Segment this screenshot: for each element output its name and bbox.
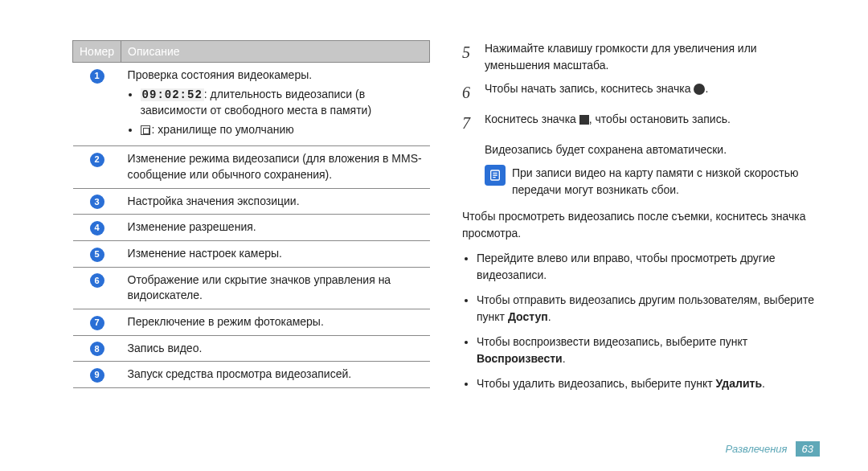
bullet-2: Чтобы отправить видеозапись другим польз… xyxy=(477,292,820,326)
row-number-cell: 8 xyxy=(73,335,121,362)
number-badge-1: 1 xyxy=(90,69,104,84)
bullet3-c: . xyxy=(563,352,566,365)
footer-category: Развлечения xyxy=(725,443,787,455)
table-header-number: Номер xyxy=(73,41,121,63)
row-desc-7: Переключение в режим фотокамеры. xyxy=(121,309,430,335)
bullet2-bold: Доступ xyxy=(508,310,548,323)
row1-bullet-2: : хранилище по умолчанию xyxy=(141,122,424,138)
bullet4-a: Чтобы удалить видеозапись, выберите пунк… xyxy=(477,377,716,390)
bullet-3: Чтобы воспроизвести видеозапись, выберит… xyxy=(477,334,820,367)
note-text: При записи видео на карту памяти с низко… xyxy=(512,165,820,199)
reference-table: Номер Описание 1 Проверка состояния виде… xyxy=(72,40,430,388)
bullets-list: Перейдите влево или вправо, чтобы просмо… xyxy=(462,250,820,392)
step6-text-b: . xyxy=(705,82,708,95)
step-6-text: Чтобы начать запись, коснитесь значка . xyxy=(485,80,820,104)
footer-page-number: 63 xyxy=(796,441,820,457)
number-badge-6: 6 xyxy=(90,273,104,288)
step-7-text: Коснитесь значка , чтобы остановить запи… xyxy=(485,111,820,135)
step-5: 5 Нажимайте клавишу громкости для увелич… xyxy=(462,40,820,74)
row-number-cell: 4 xyxy=(73,215,121,241)
number-badge-9: 9 xyxy=(90,368,104,383)
number-badge-4: 4 xyxy=(90,221,104,236)
left-column: Номер Описание 1 Проверка состояния виде… xyxy=(72,40,430,447)
bullet2-c: . xyxy=(548,310,551,323)
step-number-7: 7 xyxy=(462,111,477,135)
step-number-6: 6 xyxy=(462,80,477,104)
step7-text-a: Коснитесь значка xyxy=(485,113,579,125)
right-column: 5 Нажимайте клавишу громкости для увелич… xyxy=(462,40,820,447)
note-icon xyxy=(485,165,506,186)
step-number-5: 5 xyxy=(462,40,477,74)
record-icon xyxy=(694,84,705,95)
page-content: Номер Описание 1 Проверка состояния виде… xyxy=(0,0,868,471)
note-box: При записи видео на карту памяти с низко… xyxy=(485,165,820,199)
bullet4-bold: Удалить xyxy=(716,377,762,390)
row-number-cell: 7 xyxy=(73,309,121,335)
storage-icon xyxy=(141,125,150,135)
stop-icon xyxy=(579,115,589,125)
number-badge-7: 7 xyxy=(90,316,104,330)
row1-bullet2-text: : хранилище по умолчанию xyxy=(152,123,294,136)
row-desc-3: Настройка значения экспозиции. xyxy=(121,188,430,215)
bullet3-a: Чтобы воспроизвести видеозапись, выберит… xyxy=(477,335,747,348)
page-footer: Развлечения 63 xyxy=(725,441,820,457)
recording-time-icon: 09:02:52 xyxy=(141,88,204,101)
row-desc-6: Отображение или скрытие значков управлен… xyxy=(121,267,430,309)
row-desc-9: Запуск средства просмотра видеозаписей. xyxy=(121,362,430,388)
number-badge-8: 8 xyxy=(90,342,104,356)
row1-title: Проверка состояния видеокамеры. xyxy=(128,68,424,84)
after-note-text: Чтобы просмотреть видеозапись после съем… xyxy=(462,208,820,242)
row-number-cell: 6 xyxy=(73,267,121,309)
bullet4-c: . xyxy=(762,377,765,390)
step-7-sub: Видеозапись будет сохранена автоматическ… xyxy=(485,141,820,158)
row1-bullet-1: 09:02:52: длительность видеозаписи (в за… xyxy=(141,87,424,119)
step-5-text: Нажимайте клавишу громкости для увеличен… xyxy=(485,40,820,74)
row-number-cell: 3 xyxy=(73,188,121,215)
row-desc-4: Изменение разрешения. xyxy=(121,215,430,241)
number-badge-2: 2 xyxy=(90,153,104,167)
step-6: 6 Чтобы начать запись, коснитесь значка … xyxy=(462,80,820,104)
number-badge-3: 3 xyxy=(90,195,104,209)
step7-text-b: , чтобы остановить запись. xyxy=(589,113,731,125)
row-number-cell: 1 xyxy=(73,63,121,146)
bullet-4: Чтобы удалить видеозапись, выберите пунк… xyxy=(477,375,820,392)
bullet-1: Перейдите влево или вправо, чтобы просмо… xyxy=(477,250,820,284)
row-number-cell: 9 xyxy=(73,362,121,388)
row-desc-1: Проверка состояния видеокамеры. 09:02:52… xyxy=(121,63,430,146)
step-7: 7 Коснитесь значка , чтобы остановить за… xyxy=(462,111,820,135)
number-badge-5: 5 xyxy=(90,248,104,262)
step6-text-a: Чтобы начать запись, коснитесь значка xyxy=(485,82,694,95)
row-number-cell: 2 xyxy=(73,146,121,188)
row-desc-5: Изменение настроек камеры. xyxy=(121,240,430,267)
bullet3-bold: Воспроизвести xyxy=(477,352,563,365)
row-number-cell: 5 xyxy=(73,240,121,267)
row-desc-2: Изменение режима видеозаписи (для вложен… xyxy=(121,146,430,188)
table-header-description: Описание xyxy=(121,41,430,63)
row-desc-8: Запись видео. xyxy=(121,335,430,362)
